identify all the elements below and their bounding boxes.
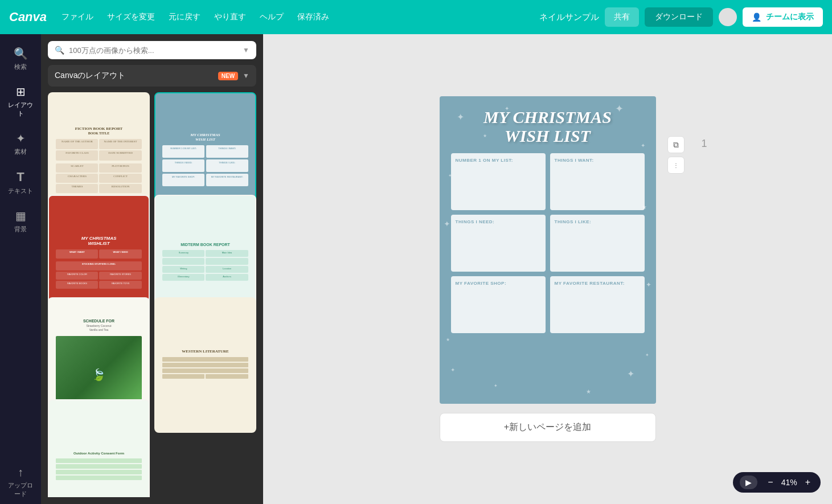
- new-badge: NEW: [218, 72, 238, 80]
- sidebar-item-elements[interactable]: ✦ 素材: [3, 126, 38, 162]
- wishlist-cell-4[interactable]: MY FAVORITE SHOP:: [451, 276, 546, 333]
- template-card-outdoor[interactable]: Outdoor Activity Consent Form 🍪: [48, 399, 150, 497]
- wishlist-cell-3[interactable]: THINGS I LIKE:: [550, 215, 645, 272]
- team-icon: 👤: [752, 13, 761, 22]
- sidebar-item-upload[interactable]: ↑ アップロード: [3, 460, 38, 504]
- avatar[interactable]: [719, 8, 737, 26]
- nav-help[interactable]: ヘルプ: [259, 10, 285, 24]
- nav-resize[interactable]: サイズを変更: [106, 10, 156, 24]
- zoom-bar: ▶ − 41% +: [733, 472, 821, 493]
- wishlist-cell-0[interactable]: NUMBER 1 ON MY LIST:: [451, 153, 546, 210]
- canvas-area: ✦ ✦ ✦ ✦ ✦ ✦ ✦ ✦ ✦ ✦ ✦ ✦ ★ ★ ★: [263, 34, 832, 504]
- wishlist-cell-label-4: MY FAVORITE SHOP:: [456, 281, 541, 286]
- wishlist-cell-label-3: THINGS I LIKE:: [555, 219, 640, 224]
- wishlist-cell-1[interactable]: THINGS I WANT:: [550, 153, 645, 210]
- wishlist-cell-label-0: NUMBER 1 ON MY LIST:: [456, 158, 541, 163]
- team-display-button[interactable]: 👤 チームに表示: [743, 7, 823, 27]
- nav-redo[interactable]: やり直す: [213, 10, 247, 24]
- canvas-wrapper: ✦ ✦ ✦ ✦ ✦ ✦ ✦ ✦ ✦ ✦ ✦ ✦ ★ ★ ★: [440, 96, 656, 442]
- page-number: 1: [701, 138, 707, 150]
- present-mode-button[interactable]: ▶: [740, 476, 757, 489]
- sidebar-item-background[interactable]: ▦ 背景: [3, 203, 38, 239]
- topbar-nav: ファイル サイズを変更 元に戻す やり直す ヘルプ 保存済み: [60, 10, 526, 24]
- sidebar-item-label-layout: レイアウト: [7, 101, 34, 118]
- topbar-right: ネイルサンプル 共有 ダウンロード 👤 チームに表示: [539, 7, 823, 27]
- canvas-page[interactable]: ✦ ✦ ✦ ✦ ✦ ✦ ✦ ✦ ✦ ✦ ✦ ✦ ★ ★ ★: [440, 96, 656, 404]
- wishlist-cell-2[interactable]: THINGS I NEED:: [451, 215, 546, 272]
- background-icon: ▦: [15, 209, 26, 223]
- page-options-button[interactable]: ⋮: [667, 157, 685, 174]
- wishlist-grid: NUMBER 1 ON MY LIST: THINGS I WANT: THIN…: [451, 153, 645, 333]
- page-tools: 1 ⧉ ⋮: [667, 113, 685, 174]
- upload-icon: ↑: [18, 466, 23, 479]
- zoom-in-button[interactable]: +: [802, 476, 814, 489]
- wishlist-cell-label-1: THINGS I WANT:: [555, 158, 640, 163]
- search-dropdown-arrow[interactable]: ▼: [243, 46, 249, 54]
- zoom-out-button[interactable]: −: [764, 476, 776, 489]
- panel: 🔍 ▼ Canvaのレイアウト NEW ▼ FICTION BOOK REPOR…: [41, 34, 263, 504]
- wishlist-cell-5[interactable]: MY FAVORITE RESTAURANT:: [550, 276, 645, 333]
- nav-undo[interactable]: 元に戻す: [167, 10, 202, 24]
- zoom-level: 41%: [779, 478, 800, 487]
- template-grid: FICTION BOOK REPORTBOOK TITLE NAME OF TH…: [48, 92, 256, 497]
- add-page-button[interactable]: +新しいページを追加: [440, 413, 656, 442]
- canvas-page-container: ✦ ✦ ✦ ✦ ✦ ✦ ✦ ✦ ✦ ✦ ✦ ✦ ★ ★ ★: [440, 96, 656, 404]
- canva-logo[interactable]: Canva: [9, 10, 47, 24]
- wishlist-title: MY CHRISTMAS WISH LIST: [451, 108, 645, 145]
- search-icon: 🔍: [14, 47, 28, 60]
- layout-dropdown-arrow: ▼: [243, 72, 249, 80]
- search-bar: 🔍 ▼: [48, 41, 256, 59]
- main-area: 🔍 検索 ⊞ レイアウト ✦ 素材 T テキスト ▦ 背景 ↑ アップロード 🔍: [0, 34, 832, 504]
- sidebar-item-search[interactable]: 🔍 検索: [3, 41, 38, 77]
- sidebar-item-label-text: テキスト: [8, 187, 33, 195]
- project-name[interactable]: ネイルサンプル: [539, 12, 599, 23]
- wishlist-cell-label-5: MY FAVORITE RESTAURANT:: [555, 281, 640, 286]
- present-icon: ▶: [745, 478, 752, 487]
- sidebar-item-label-elements: 素材: [14, 147, 27, 156]
- nav-file[interactable]: ファイル: [60, 10, 95, 24]
- layout-icon: ⊞: [16, 85, 26, 99]
- topbar: Canva ファイル サイズを変更 元に戻す やり直す ヘルプ 保存済み ネイル…: [0, 0, 832, 34]
- nav-saved: 保存済み: [296, 10, 330, 24]
- sidebar-item-label-background: 背景: [14, 225, 27, 233]
- wishlist-cell-label-2: THINGS I NEED:: [456, 219, 541, 224]
- sidebar-item-label-upload: アップロード: [7, 481, 34, 498]
- layout-dropdown-text: Canvaのレイアウト: [55, 71, 214, 81]
- sidebar-item-layout[interactable]: ⊞ レイアウト: [3, 79, 38, 124]
- search-input[interactable]: [69, 46, 238, 55]
- sidebar-icons: 🔍 検索 ⊞ レイアウト ✦ 素材 T テキスト ▦ 背景 ↑ アップロード: [0, 34, 41, 504]
- share-button[interactable]: 共有: [605, 7, 639, 27]
- duplicate-page-button[interactable]: ⧉: [667, 136, 685, 153]
- search-icon-panel: 🔍: [55, 46, 64, 55]
- layout-dropdown[interactable]: Canvaのレイアウト NEW ▼: [48, 65, 256, 87]
- elements-icon: ✦: [16, 132, 26, 145]
- template-card-western[interactable]: WESTERN LITERATURE: [154, 297, 256, 433]
- sidebar-item-label-search: 検索: [14, 63, 27, 71]
- download-button[interactable]: ダウンロード: [645, 7, 713, 27]
- sidebar-item-text[interactable]: T テキスト: [3, 164, 38, 201]
- text-icon: T: [17, 170, 24, 185]
